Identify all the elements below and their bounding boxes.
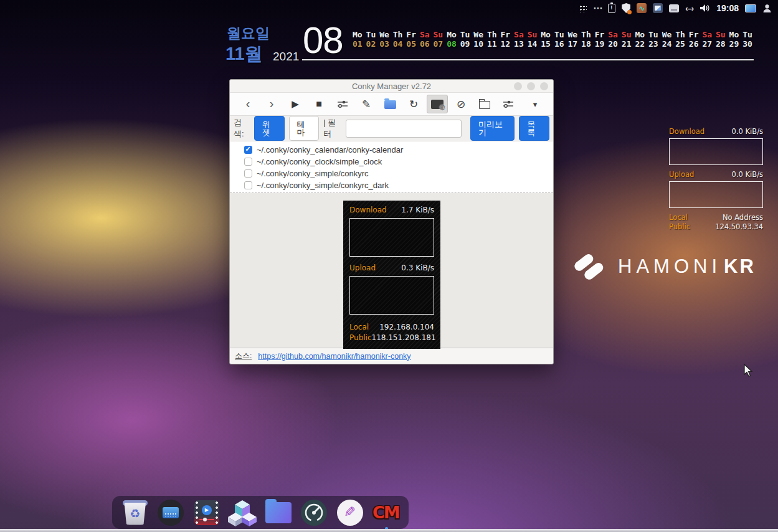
terminal-icon[interactable] [156, 498, 185, 527]
generate-preview-button[interactable] [498, 95, 519, 113]
calendar-cell: Fr 05 [404, 30, 418, 49]
list-item[interactable]: ~/.conky/conky_simple/conkyrc_dark [230, 179, 553, 191]
back-button[interactable]: ‹ [237, 95, 259, 113]
list-item[interactable]: ~/.conky/conky_simple/conkyrc [230, 168, 553, 179]
filter-input[interactable] [346, 120, 462, 138]
calendar-cell: Su 14 [526, 30, 539, 49]
calendar-dow: Tu [458, 30, 472, 39]
calendar-dow: Sa [606, 30, 620, 39]
more-icon[interactable]: ⋯ [593, 2, 602, 14]
apps-grid-icon[interactable] [579, 4, 587, 12]
theme-folder-button[interactable] [474, 95, 495, 113]
toolbar: ‹ › ▶ ■ ✎ ↻ ⚙ ⊘ ▾ [230, 93, 553, 116]
wave-app-icon[interactable]: ∿ [637, 3, 647, 13]
calendar-dow: We [566, 30, 580, 39]
calendar-date: 04 [391, 39, 405, 49]
trash-icon[interactable]: ♻ [121, 498, 149, 527]
status-bar: 소스: https://github.com/hamonikr/hamonikr… [230, 348, 553, 364]
list-mode-button[interactable]: 목록 [519, 116, 549, 141]
user-icon[interactable] [762, 2, 772, 14]
play-icon: ▶ [292, 98, 299, 110]
drive-icon[interactable] [669, 4, 679, 12]
refresh-icon: ↻ [409, 98, 418, 111]
calendar-cell: Tu 09 [458, 30, 472, 49]
volume-icon[interactable] [700, 2, 710, 14]
calendar-cell: Th 11 [485, 30, 499, 49]
source-link[interactable]: https://github.com/hamonikr/hamonikr-con… [258, 352, 410, 361]
bottom-panel-strip [0, 529, 778, 532]
open-folder-button[interactable] [379, 95, 401, 113]
calendar-month: 11월 [225, 42, 263, 67]
calendar-cell: Mo 15 [539, 30, 553, 49]
preview-mode-button[interactable]: 미리보기 [470, 116, 515, 141]
checkbox[interactable] [244, 169, 252, 178]
calendar-year: 2021 [273, 50, 299, 64]
download-value: 0.0 KiB/s [732, 127, 763, 136]
calendar-cell: Mo 22 [633, 30, 647, 49]
calendar-dow: Tu [553, 30, 566, 39]
system-monitor-icon[interactable] [300, 498, 328, 527]
calendar-date: 03 [377, 39, 391, 49]
kill-all-button[interactable]: ⊘ [450, 95, 472, 113]
network-icon[interactable]: ‹–› [685, 2, 693, 14]
calendar-dow: Su [714, 30, 728, 39]
upload-value: 0.0 KiB/s [732, 170, 763, 179]
calendar-dow: Su [526, 30, 539, 39]
maximize-button[interactable] [527, 82, 535, 90]
shield-badge [627, 10, 632, 14]
package-cubes-icon[interactable] [228, 498, 257, 527]
calendar-date: 08 [445, 39, 458, 49]
calendar-dow: Th [673, 30, 687, 39]
calendar-weekday: 월요일 [227, 24, 270, 43]
forward-button[interactable]: › [261, 95, 282, 113]
calendar-date: 21 [620, 39, 633, 49]
theme-list: ~/.conky/conky_calendar/conky-calendar ~… [230, 141, 553, 193]
download-label: Download [669, 127, 704, 136]
list-item[interactable]: ~/.conky/conky_calendar/conky-calendar [230, 144, 553, 156]
conky-network-widget: Download0.0 KiB/s Upload0.0 KiB/s LocalN… [669, 127, 763, 232]
minimize-button[interactable] [514, 82, 522, 90]
checkbox[interactable] [244, 181, 252, 189]
display-icon[interactable] [745, 4, 756, 12]
window-titlebar[interactable]: Conky Manager v2.72 [230, 80, 553, 93]
edit-button[interactable]: ✎ [356, 95, 377, 113]
monitor-gear-icon: ⚙ [431, 100, 444, 109]
sliders-icon [337, 99, 348, 109]
conky-manager-dock-icon[interactable]: CM [371, 498, 400, 527]
calendar-dow: Su [432, 30, 445, 39]
theme-filter-button[interactable]: 테마 [289, 116, 320, 141]
clock[interactable]: 19:08 [716, 3, 739, 13]
calendar-date: 26 [687, 39, 701, 49]
menu-button[interactable]: ▾ [524, 95, 546, 113]
text-editor-icon[interactable]: ✎ [336, 498, 364, 527]
calendar-cell: Sa 27 [700, 30, 714, 49]
desktop-preview-button[interactable]: ⚙ [427, 95, 448, 113]
chevron-down-icon: ▾ [533, 100, 538, 109]
checkbox[interactable] [244, 146, 252, 154]
dock: ♻ ▶ ✎ CM [112, 496, 409, 529]
widget-filter-button[interactable]: 위젯 [254, 116, 285, 141]
calendar-date: 06 [418, 39, 432, 49]
shield-icon[interactable] [622, 2, 630, 14]
calendar-dow: Mo [539, 30, 553, 39]
media-player-icon[interactable]: ▶ [192, 498, 221, 527]
run-button[interactable]: ▶ [285, 95, 306, 113]
upload-graph [669, 181, 763, 208]
calendar-cell: Th 25 [673, 30, 687, 49]
public-label: Public [349, 333, 372, 343]
calendar-dow: Th [485, 30, 499, 39]
clipboard-icon[interactable] [608, 4, 615, 13]
calendar-cell: Th 18 [579, 30, 593, 49]
checkbox[interactable] [244, 158, 252, 166]
calendar-date: 19 [593, 39, 607, 49]
calendar-cell: We 24 [660, 30, 674, 49]
close-button[interactable] [540, 82, 548, 90]
stop-button[interactable]: ■ [308, 95, 330, 113]
calendar-cell: Mo 08 [445, 30, 458, 49]
files-app-icon[interactable] [653, 3, 663, 13]
calendar-cell: Tu 23 [647, 30, 660, 49]
list-item[interactable]: ~/.conky/conky_clock/simple_clock [230, 156, 553, 168]
file-manager-icon[interactable] [264, 498, 293, 527]
refresh-button[interactable]: ↻ [403, 95, 424, 113]
options-button[interactable] [332, 95, 353, 113]
